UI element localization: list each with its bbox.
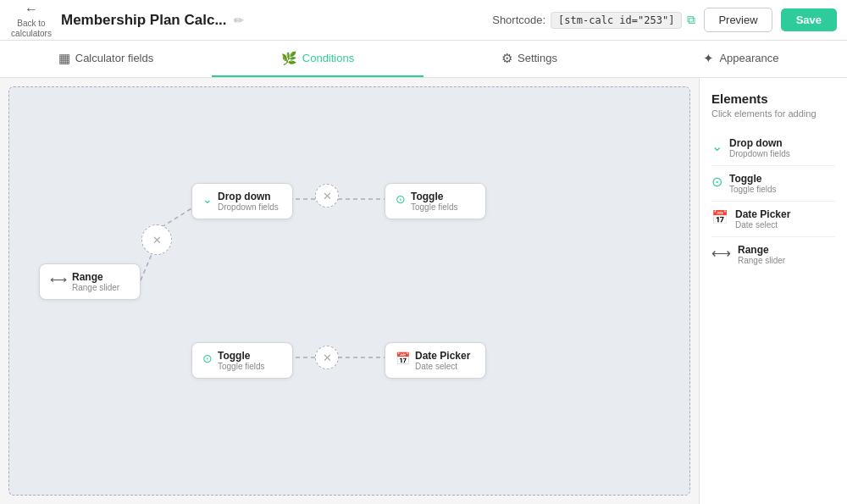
node-range[interactable]: ⟷ Range Range slider	[39, 263, 141, 300]
dropdown-node-label: Drop down	[218, 191, 279, 202]
range-node-sublabel: Range slider	[72, 283, 119, 292]
element-dropdown[interactable]: ⌄ Drop down Dropdown fields	[711, 130, 835, 166]
element-range-icon: ⟷	[711, 245, 731, 261]
toggle2-node-label: Toggle	[218, 350, 265, 362]
tab-appearance-label: Appearance	[719, 52, 778, 64]
datepicker-node-icon: 📅	[396, 352, 410, 365]
element-datepicker-label: Date Picker	[735, 208, 790, 220]
element-toggle-icon: ⊙	[711, 174, 722, 190]
right-panel: Elements Click elements for adding ⌄ Dro…	[699, 78, 847, 504]
tab-calculator-fields[interactable]: ▦ Calculator fields	[0, 41, 212, 77]
mid-node-1-icon: ✕	[152, 234, 162, 246]
main: ⟷ Range Range slider ✕ ⌄ Drop down Dropd…	[0, 78, 847, 504]
dropdown-node-sublabel: Dropdown fields	[218, 202, 279, 212]
appearance-icon: ✦	[703, 51, 714, 66]
tab-conditions-label: Conditions	[302, 52, 354, 64]
node-toggle2[interactable]: ⊙ Toggle Toggle fields	[191, 342, 293, 379]
tab-conditions[interactable]: 🌿 Conditions	[212, 41, 424, 77]
back-button[interactable]: ← Back to calculators	[10, 1, 53, 39]
element-dropdown-sublabel: Dropdown fields	[729, 149, 790, 158]
element-toggle[interactable]: ⊙ Toggle Toggle fields	[711, 166, 835, 202]
topbar: ← Back to calculators Membership Plan Ca…	[0, 0, 847, 41]
calculator-icon: ▦	[58, 51, 70, 66]
back-arrow-icon: ←	[25, 1, 38, 17]
tab-appearance[interactable]: ✦ Appearance	[635, 41, 847, 77]
node-dropdown1[interactable]: ⌄ Drop down Dropdown fields	[191, 183, 293, 219]
element-range-sublabel: Range slider	[738, 256, 785, 265]
tab-calculator-fields-label: Calculator fields	[75, 52, 154, 64]
shortcode-area: Shortcode: [stm-calc id="253"] ⧉	[492, 12, 695, 29]
node-toggle1[interactable]: ⊙ Toggle Toggle fields	[385, 183, 486, 219]
dropdown-node-icon: ⌄	[202, 192, 213, 206]
tab-settings-label: Settings	[518, 52, 557, 64]
page-title: Membership Plan Calc...	[61, 12, 227, 29]
element-dropdown-label: Drop down	[729, 137, 790, 149]
settings-icon: ⚙	[501, 51, 512, 66]
elements-subtitle: Click elements for adding	[711, 108, 835, 119]
datepicker-node-sublabel: Date select	[415, 362, 470, 371]
toggle1-node-icon: ⊙	[396, 192, 406, 206]
toggle2-node-sublabel: Toggle fields	[218, 362, 265, 371]
copy-icon[interactable]: ⧉	[687, 13, 695, 27]
datepicker-node-label: Date Picker	[415, 350, 470, 362]
mid-node-2-icon: ✕	[323, 190, 332, 202]
mid-node-2[interactable]: ✕	[315, 184, 339, 208]
tab-settings[interactable]: ⚙ Settings	[424, 41, 635, 77]
title-area: Membership Plan Calc... ✏	[61, 12, 484, 29]
element-range-label: Range	[738, 244, 785, 256]
edit-icon[interactable]: ✏	[234, 14, 244, 27]
toggle1-node-sublabel: Toggle fields	[411, 202, 458, 212]
conditions-icon: 🌿	[281, 51, 297, 66]
mid-node-1[interactable]: ✕	[141, 224, 172, 255]
shortcode-label: Shortcode:	[492, 14, 545, 26]
toggle1-node-label: Toggle	[411, 191, 458, 202]
element-dropdown-icon: ⌄	[711, 138, 722, 154]
range-node-label: Range	[72, 271, 119, 283]
save-button[interactable]: Save	[781, 8, 837, 31]
back-label: Back to calculators	[10, 19, 53, 39]
range-node-icon: ⟷	[50, 273, 67, 286]
element-datepicker[interactable]: 📅 Date Picker Date select	[711, 202, 835, 237]
canvas-area[interactable]: ⟷ Range Range slider ✕ ⌄ Drop down Dropd…	[8, 86, 690, 496]
tabs: ▦ Calculator fields 🌿 Conditions ⚙ Setti…	[0, 41, 847, 78]
mid-node-3-icon: ✕	[323, 352, 332, 364]
element-toggle-sublabel: Toggle fields	[729, 185, 777, 194]
preview-button[interactable]: Preview	[704, 8, 772, 32]
element-datepicker-icon: 📅	[711, 209, 728, 225]
shortcode-value: [stm-calc id="253"]	[551, 12, 682, 29]
toggle2-node-icon: ⊙	[202, 352, 213, 365]
elements-title: Elements	[711, 91, 835, 106]
node-datepicker[interactable]: 📅 Date Picker Date select	[385, 342, 486, 379]
element-toggle-label: Toggle	[729, 173, 777, 185]
element-datepicker-sublabel: Date select	[735, 220, 790, 230]
element-range[interactable]: ⟷ Range Range slider	[711, 237, 835, 272]
mid-node-3[interactable]: ✕	[315, 346, 339, 369]
